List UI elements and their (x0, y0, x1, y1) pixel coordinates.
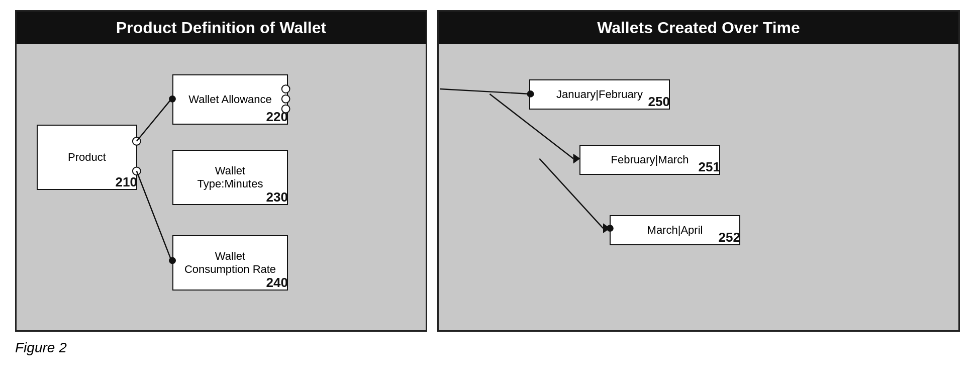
diagrams-container: Product Definition of Wallet Product 210… (15, 10, 965, 332)
left-panel-body: Product 210 Wallet Allowance 220 WalletT… (17, 44, 426, 328)
wallet-type-box: WalletType:Minutes 230 (172, 150, 288, 205)
product-box: Product 210 (37, 125, 137, 190)
right-panel: Wallets Created Over Time January|Februa… (437, 10, 960, 332)
mar-apr-box: March|April 252 (610, 215, 740, 245)
right-panel-svg (439, 44, 958, 328)
svg-marker-14 (603, 223, 610, 233)
feb-mar-box: February|March 251 (579, 145, 720, 175)
feb-mar-label: February|March (611, 153, 689, 166)
wallet-consumption-number: 240 (266, 275, 288, 291)
wallet-type-number: 230 (266, 189, 288, 205)
jan-feb-number: 250 (648, 94, 670, 110)
mar-apr-number: 252 (719, 230, 740, 245)
product-number: 210 (116, 174, 137, 190)
wallet-allowance-label: Wallet Allowance (188, 93, 271, 106)
feb-mar-number: 251 (699, 159, 720, 175)
svg-line-1 (137, 99, 171, 141)
right-panel-title: Wallets Created Over Time (439, 12, 958, 44)
wallet-type-label: WalletType:Minutes (198, 164, 263, 190)
left-panel: Product Definition of Wallet Product 210… (15, 10, 427, 332)
jan-feb-box: January|February 250 (529, 79, 670, 110)
left-panel-title: Product Definition of Wallet (17, 12, 426, 44)
wallet-allowance-number: 220 (266, 109, 288, 125)
wallet-consumption-label: WalletConsumption Rate (184, 250, 276, 276)
svg-line-4 (137, 171, 171, 260)
mar-apr-label: March|April (647, 224, 703, 237)
svg-line-10 (440, 89, 530, 94)
jan-feb-label: January|February (556, 88, 643, 101)
figure-caption: Figure 2 (15, 340, 67, 356)
wallet-allowance-box: Wallet Allowance 220 (172, 74, 288, 125)
right-panel-body: January|February 250 February|March 251 … (439, 44, 958, 328)
product-label: Product (68, 151, 106, 164)
wallet-consumption-box: WalletConsumption Rate 240 (172, 235, 288, 291)
